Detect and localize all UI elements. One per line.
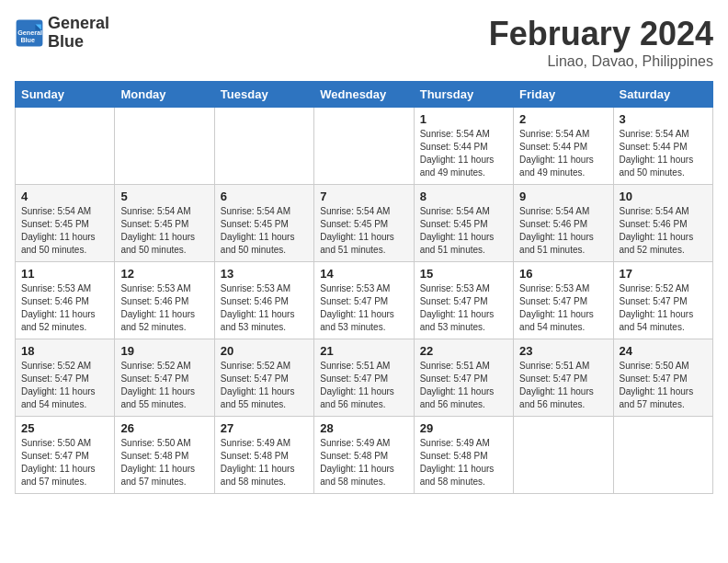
day-number: 4 [21, 190, 108, 203]
header-saturday: Saturday [613, 82, 712, 108]
day-detail: Sunrise: 5:54 AMSunset: 5:45 PMDaylight:… [420, 205, 507, 257]
day-detail: Sunrise: 5:53 AMSunset: 5:47 PMDaylight:… [519, 282, 607, 334]
day-number: 12 [120, 267, 208, 281]
day-detail: Sunrise: 5:51 AMSunset: 5:47 PMDaylight:… [320, 360, 407, 411]
calendar-cell: 17Sunrise: 5:52 AMSunset: 5:47 PMDayligh… [613, 262, 712, 339]
day-number: 23 [519, 344, 607, 358]
calendar-cell [314, 108, 414, 185]
day-detail: Sunrise: 5:54 AMSunset: 5:45 PMDaylight:… [21, 205, 108, 257]
calendar-cell: 4Sunrise: 5:54 AMSunset: 5:45 PMDaylight… [16, 185, 115, 262]
calendar-cell: 23Sunrise: 5:51 AMSunset: 5:47 PMDayligh… [514, 339, 613, 417]
calendar-cell: 18Sunrise: 5:52 AMSunset: 5:47 PMDayligh… [16, 339, 115, 417]
day-number: 15 [420, 267, 507, 281]
calendar-cell [16, 108, 115, 185]
calendar-cell: 27Sunrise: 5:49 AMSunset: 5:48 PMDayligh… [214, 417, 313, 494]
calendar-cell: 22Sunrise: 5:51 AMSunset: 5:47 PMDayligh… [414, 339, 513, 417]
calendar-cell: 25Sunrise: 5:50 AMSunset: 5:47 PMDayligh… [16, 417, 115, 494]
day-detail: Sunrise: 5:49 AMSunset: 5:48 PMDaylight:… [420, 437, 507, 488]
day-number: 21 [320, 344, 407, 358]
day-detail: Sunrise: 5:54 AMSunset: 5:46 PMDaylight:… [519, 205, 607, 257]
day-number: 29 [420, 421, 507, 435]
day-number: 11 [21, 267, 108, 281]
calendar-week-1: 1Sunrise: 5:54 AMSunset: 5:44 PMDaylight… [16, 108, 713, 185]
day-number: 19 [120, 344, 208, 358]
calendar-cell: 14Sunrise: 5:53 AMSunset: 5:47 PMDayligh… [314, 262, 414, 339]
calendar-cell: 7Sunrise: 5:54 AMSunset: 5:45 PMDaylight… [314, 185, 414, 262]
calendar-cell: 19Sunrise: 5:52 AMSunset: 5:47 PMDayligh… [115, 339, 214, 417]
logo: General Blue General Blue [15, 15, 109, 52]
calendar-cell: 21Sunrise: 5:51 AMSunset: 5:47 PMDayligh… [314, 339, 414, 417]
day-number: 22 [420, 344, 507, 358]
calendar-cell [115, 108, 214, 185]
day-detail: Sunrise: 5:53 AMSunset: 5:47 PMDaylight:… [320, 282, 407, 334]
calendar-cell [613, 417, 712, 494]
day-detail: Sunrise: 5:52 AMSunset: 5:47 PMDaylight:… [221, 360, 308, 411]
calendar-header-row: SundayMondayTuesdayWednesdayThursdayFrid… [16, 82, 713, 108]
day-detail: Sunrise: 5:53 AMSunset: 5:46 PMDaylight:… [21, 282, 108, 334]
calendar-cell: 8Sunrise: 5:54 AMSunset: 5:45 PMDaylight… [414, 185, 513, 262]
day-number: 28 [320, 421, 407, 435]
day-number: 1 [420, 112, 507, 126]
day-number: 24 [620, 344, 707, 358]
day-detail: Sunrise: 5:50 AMSunset: 5:48 PMDaylight:… [120, 437, 208, 488]
day-detail: Sunrise: 5:53 AMSunset: 5:47 PMDaylight:… [420, 282, 507, 334]
day-number: 7 [320, 190, 407, 203]
calendar-cell: 16Sunrise: 5:53 AMSunset: 5:47 PMDayligh… [514, 262, 613, 339]
page-header: General Blue General Blue February 2024 … [15, 15, 713, 70]
day-number: 14 [320, 267, 407, 281]
calendar-cell: 24Sunrise: 5:50 AMSunset: 5:47 PMDayligh… [613, 339, 712, 417]
calendar-cell: 3Sunrise: 5:54 AMSunset: 5:44 PMDaylight… [613, 108, 712, 185]
day-number: 5 [120, 190, 208, 203]
calendar-cell: 1Sunrise: 5:54 AMSunset: 5:44 PMDaylight… [414, 108, 513, 185]
day-number: 18 [21, 344, 108, 358]
header-friday: Friday [514, 82, 613, 108]
calendar-cell: 6Sunrise: 5:54 AMSunset: 5:45 PMDaylight… [214, 185, 313, 262]
calendar-cell: 9Sunrise: 5:54 AMSunset: 5:46 PMDaylight… [514, 185, 613, 262]
calendar-cell: 15Sunrise: 5:53 AMSunset: 5:47 PMDayligh… [414, 262, 513, 339]
calendar-cell: 11Sunrise: 5:53 AMSunset: 5:46 PMDayligh… [16, 262, 115, 339]
calendar-cell: 26Sunrise: 5:50 AMSunset: 5:48 PMDayligh… [115, 417, 214, 494]
day-number: 6 [221, 190, 308, 203]
day-detail: Sunrise: 5:54 AMSunset: 5:45 PMDaylight:… [120, 205, 208, 257]
day-detail: Sunrise: 5:54 AMSunset: 5:44 PMDaylight:… [620, 128, 707, 179]
main-title: February 2024 [489, 15, 713, 53]
logo-text: General Blue [48, 15, 109, 52]
day-number: 9 [519, 190, 607, 203]
calendar-cell: 10Sunrise: 5:54 AMSunset: 5:46 PMDayligh… [613, 185, 712, 262]
day-detail: Sunrise: 5:51 AMSunset: 5:47 PMDaylight:… [519, 360, 607, 411]
day-detail: Sunrise: 5:50 AMSunset: 5:47 PMDaylight:… [21, 437, 108, 488]
day-detail: Sunrise: 5:54 AMSunset: 5:45 PMDaylight:… [320, 205, 407, 257]
day-detail: Sunrise: 5:53 AMSunset: 5:46 PMDaylight:… [221, 282, 308, 334]
day-detail: Sunrise: 5:54 AMSunset: 5:45 PMDaylight:… [221, 205, 308, 257]
svg-text:Blue: Blue [20, 35, 35, 43]
calendar-cell: 5Sunrise: 5:54 AMSunset: 5:45 PMDaylight… [115, 185, 214, 262]
day-detail: Sunrise: 5:54 AMSunset: 5:44 PMDaylight:… [420, 128, 507, 179]
day-detail: Sunrise: 5:50 AMSunset: 5:47 PMDaylight:… [620, 360, 707, 411]
day-detail: Sunrise: 5:54 AMSunset: 5:46 PMDaylight:… [620, 205, 707, 257]
day-number: 8 [420, 190, 507, 203]
day-detail: Sunrise: 5:52 AMSunset: 5:47 PMDaylight:… [120, 360, 208, 411]
calendar-week-5: 25Sunrise: 5:50 AMSunset: 5:47 PMDayligh… [16, 417, 713, 494]
calendar-week-2: 4Sunrise: 5:54 AMSunset: 5:45 PMDaylight… [16, 185, 713, 262]
day-number: 20 [221, 344, 308, 358]
day-number: 25 [21, 421, 108, 435]
calendar-cell [214, 108, 313, 185]
calendar-week-4: 18Sunrise: 5:52 AMSunset: 5:47 PMDayligh… [16, 339, 713, 417]
calendar-cell: 2Sunrise: 5:54 AMSunset: 5:44 PMDaylight… [514, 108, 613, 185]
calendar-week-3: 11Sunrise: 5:53 AMSunset: 5:46 PMDayligh… [16, 262, 713, 339]
header-wednesday: Wednesday [314, 82, 414, 108]
calendar-cell: 12Sunrise: 5:53 AMSunset: 5:46 PMDayligh… [115, 262, 214, 339]
day-number: 27 [221, 421, 308, 435]
logo-icon: General Blue [15, 18, 44, 48]
day-detail: Sunrise: 5:53 AMSunset: 5:46 PMDaylight:… [120, 282, 208, 334]
day-number: 16 [519, 267, 607, 281]
header-monday: Monday [115, 82, 214, 108]
day-detail: Sunrise: 5:49 AMSunset: 5:48 PMDaylight:… [320, 437, 407, 488]
calendar-cell: 29Sunrise: 5:49 AMSunset: 5:48 PMDayligh… [414, 417, 513, 494]
calendar-cell [514, 417, 613, 494]
calendar-table: SundayMondayTuesdayWednesdayThursdayFrid… [15, 81, 713, 494]
day-detail: Sunrise: 5:54 AMSunset: 5:44 PMDaylight:… [519, 128, 607, 179]
day-number: 26 [120, 421, 208, 435]
day-number: 13 [221, 267, 308, 281]
day-detail: Sunrise: 5:51 AMSunset: 5:47 PMDaylight:… [420, 360, 507, 411]
